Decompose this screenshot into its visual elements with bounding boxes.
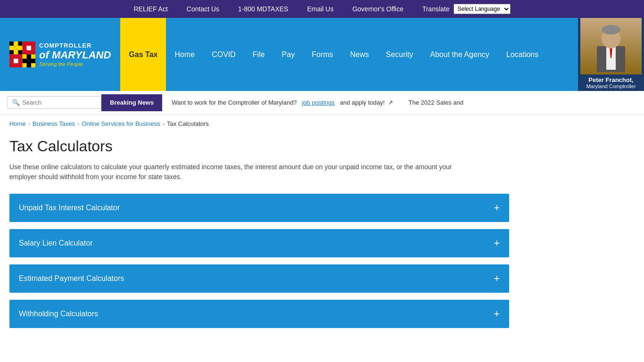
comptroller-text: COMPTROLLER: [39, 42, 111, 49]
accordion-salary-lien-plus-icon: +: [494, 237, 500, 249]
phone-link[interactable]: 1-800 MDTAXES: [238, 5, 288, 13]
accordion-salary-lien[interactable]: Salary Lien Calculator +: [9, 229, 509, 257]
ticker-suffix: and apply today!: [340, 99, 385, 106]
top-bar: RELIEF Act Contact Us 1-800 MDTAXES Emai…: [0, 0, 644, 18]
main-header: COMPTROLLER of MARYLAND Serving the Peop…: [0, 18, 644, 91]
breadcrumb-current: Tax Calculators: [167, 120, 209, 127]
breadcrumb-business-taxes[interactable]: Business Taxes: [33, 120, 75, 127]
person-card: Peter Franchot, Maryland Comptroller: [578, 18, 644, 91]
svg-rect-3: [9, 41, 14, 46]
accordion-estimated-payment-plus-icon: +: [494, 272, 500, 285]
language-select[interactable]: Select Language Spanish French Chinese: [454, 4, 511, 14]
breadcrumb-sep-1: ›: [28, 120, 30, 127]
svg-rect-21: [31, 55, 35, 59]
logo[interactable]: COMPTROLLER of MARYLAND Serving the Peop…: [9, 41, 111, 67]
job-postings-link[interactable]: job postings: [302, 99, 334, 106]
breadcrumb-sep-3: ›: [163, 120, 165, 127]
svg-rect-5: [9, 50, 14, 55]
svg-rect-16: [18, 55, 23, 68]
person-name: Peter Franchot,: [582, 76, 640, 83]
contact-us-link[interactable]: Contact Us: [187, 5, 219, 13]
accordion-unpaid-tax-plus-icon: +: [494, 202, 500, 214]
nav-news[interactable]: News: [341, 18, 377, 91]
main-nav: Gas Tax Home COVID File Pay Forms News S…: [120, 18, 578, 91]
svg-rect-15: [9, 55, 14, 68]
accordion-withholding-label: Withholding Calculators: [19, 310, 98, 318]
of-maryland-text: of MARYLAND: [39, 49, 111, 61]
search-icon: 🔍: [12, 99, 20, 106]
accordion-estimated-payment[interactable]: Estimated Payment Calculators +: [9, 264, 509, 293]
search-input[interactable]: [22, 99, 100, 106]
page-title: Tax Calculators: [9, 138, 509, 155]
person-silhouette-icon: [592, 20, 630, 72]
search-box: 🔍: [7, 96, 101, 109]
logo-text: COMPTROLLER of MARYLAND Serving the Peop…: [39, 42, 111, 67]
nav-security[interactable]: Security: [378, 18, 422, 91]
person-title: Maryland Comptroller: [586, 83, 636, 89]
svg-rect-10: [23, 41, 27, 55]
translate-area: Translate Select Language Spanish French…: [422, 4, 511, 14]
svg-point-28: [602, 25, 620, 34]
accordion-withholding-plus-icon: +: [494, 308, 500, 320]
nav-forms[interactable]: Forms: [303, 18, 341, 91]
news-ticker: Want to work for the Comptroller of Mary…: [172, 99, 637, 106]
relief-act-link[interactable]: RELIEF Act: [133, 5, 167, 13]
second-bar: 🔍 Breaking News Want to work for the Com…: [0, 91, 644, 115]
person-image: [580, 18, 642, 74]
translate-label: Translate: [422, 5, 450, 13]
nav-home[interactable]: Home: [166, 18, 203, 91]
nav-gas-tax[interactable]: Gas Tax: [120, 18, 166, 91]
nav-about[interactable]: About the Agency: [421, 18, 497, 91]
accordion-withholding[interactable]: Withholding Calculators +: [9, 300, 509, 328]
governors-office-link[interactable]: Governor's Office: [352, 5, 403, 13]
accordion-unpaid-tax[interactable]: Unpaid Tax Interest Calculator +: [9, 194, 509, 222]
maryland-flag-icon: [9, 41, 35, 67]
svg-rect-20: [23, 55, 27, 59]
breaking-news-button[interactable]: Breaking News: [101, 94, 162, 111]
svg-rect-22: [23, 63, 27, 67]
serving-text: Serving the People: [39, 61, 111, 67]
page-description: Use these online calculators to calculat…: [9, 162, 457, 182]
nav-covid[interactable]: COVID: [203, 18, 244, 91]
svg-rect-11: [31, 41, 35, 55]
email-link[interactable]: Email Us: [307, 5, 333, 13]
nav-locations[interactable]: Locations: [498, 18, 547, 91]
person-name-label: Peter Franchot, Maryland Comptroller: [578, 74, 644, 91]
svg-rect-23: [31, 63, 35, 67]
nav-pay[interactable]: Pay: [273, 18, 304, 91]
svg-rect-6: [18, 50, 23, 55]
ticker-main-text: Want to work for the Comptroller of Mary…: [172, 99, 297, 106]
ticker-text: Want to work for the Comptroller of Mary…: [172, 99, 463, 106]
breadcrumb: Home › Business Taxes › Online Services …: [0, 115, 644, 133]
logo-area: COMPTROLLER of MARYLAND Serving the Peop…: [0, 18, 120, 91]
accordion-unpaid-tax-label: Unpaid Tax Interest Calculator: [19, 204, 120, 212]
ticker-extra: The 2022 Sales and: [409, 99, 463, 106]
nav-file[interactable]: File: [244, 18, 273, 91]
main-content: Tax Calculators Use these online calcula…: [0, 133, 519, 349]
breadcrumb-home[interactable]: Home: [9, 120, 26, 127]
accordion-estimated-payment-label: Estimated Payment Calculators: [19, 274, 124, 283]
breadcrumb-online-services[interactable]: Online Services for Business: [82, 120, 160, 127]
accordion-salary-lien-label: Salary Lien Calculator: [19, 239, 93, 247]
breadcrumb-sep-2: ›: [77, 120, 79, 127]
svg-rect-4: [18, 41, 23, 46]
